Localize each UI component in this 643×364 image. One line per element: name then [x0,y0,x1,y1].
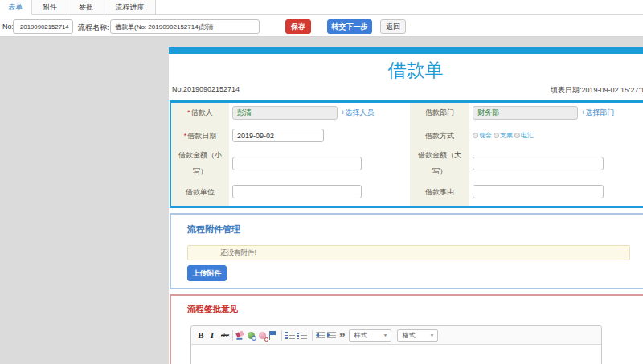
loan-form-table: *借款人 +选择人员 借款部门 +选择部门 *借款日期 借款方式 现金 支票 电… [170,100,643,208]
loan-reason-label: 借款事由 [410,178,469,206]
loan-reason-input[interactable] [473,185,604,198]
attachments-heading: 流程附件管理 [187,223,240,235]
italic-icon[interactable]: I [210,330,215,340]
label-text: 借款单位 [186,184,215,200]
numbered-list-icon[interactable] [285,332,295,339]
form-meta-row: No:20190902152714 填表日期:2019-09-02 15:27:… [172,85,643,93]
styles-dropdown[interactable]: 样式▼ [349,329,391,342]
outdent-icon[interactable] [316,332,325,339]
amount-lower-label: 借款金额（小写） [171,149,229,178]
label-text: 借款部门 [425,104,454,121]
department-label: 借款部门 [410,103,469,122]
department-field-cell: +选择部门 [469,103,643,122]
label-text: 借款方式 [425,128,454,144]
caret-down-icon: ▼ [383,333,387,337]
select-person-link[interactable]: +选择人员 [341,108,374,118]
amount-lower-input[interactable] [232,157,362,170]
loan-method-radio-group: 现金 支票 电汇 [473,131,535,140]
upload-attachment-button[interactable]: 上传附件 [187,265,227,281]
label-text: *借款人 [187,104,213,121]
toolbar-separator [232,330,233,341]
form-panel: 借款单 No:20190902152714 填表日期:2019-09-02 15… [169,47,643,364]
editor-toolbar: B I abc ” 样式▼ 格式▼ [191,326,601,345]
bold-icon[interactable]: B [198,330,204,340]
top-header: 表单 附件 签批 流程进度 No: 流程名称: 保存 转交下一步 返回 [0,0,643,37]
loan-method-field-cell: 现金 支票 电汇 [469,122,643,149]
loan-date-field-cell [229,122,410,149]
toolbar-separator [312,330,313,341]
radio-label: 支票 [500,131,513,140]
link-icon[interactable] [248,332,255,339]
remove-format-icon[interactable] [235,330,244,337]
unlink-icon[interactable] [259,332,266,339]
loan-unit-label: 借款单位 [171,178,229,206]
anchor-icon[interactable] [269,331,276,340]
caret-down-icon: ▼ [429,333,434,337]
form-row-amount: 借款金额（小写） 借款金额（大写） [171,149,643,178]
rich-text-editor: B I abc ” 样式▼ 格式▼ [190,325,602,364]
save-button[interactable]: 保存 [285,19,311,34]
dropdown-label: 格式 [403,331,416,340]
no-input[interactable] [13,19,73,34]
format-dropdown[interactable]: 格式▼ [397,329,438,342]
forward-next-step-button[interactable]: 转交下一步 [327,19,372,34]
blockquote-icon[interactable]: ” [338,336,346,340]
label-text: 借款人 [191,108,213,117]
loan-unit-field-cell [229,178,410,206]
dropdown-label: 样式 [354,331,367,340]
radio-circle-icon[interactable] [514,133,520,138]
action-toolbar: No: 流程名称: 保存 转交下一步 返回 [0,15,643,37]
loan-unit-input[interactable] [232,185,362,198]
radio-label: 现金 [479,131,492,140]
borrower-field-cell: +选择人员 [229,103,410,122]
tab-bar: 表单 附件 签批 流程进度 [0,0,643,15]
back-button[interactable]: 返回 [380,19,406,34]
flow-name-label: 流程名称: [78,22,109,33]
strikethrough-icon[interactable]: abc [221,332,229,339]
borrower-input[interactable] [232,106,338,120]
form-row-date-method: *借款日期 借款方式 现金 支票 电汇 [171,122,643,149]
tab-progress[interactable]: 流程进度 [104,0,156,15]
label-text: 借款日期 [187,132,216,140]
borrower-label: *借款人 [171,103,229,122]
loan-date-label: *借款日期 [171,122,229,149]
tab-bar-filler [156,0,643,15]
tab-sign[interactable]: 签批 [68,0,104,15]
tab-attachment[interactable]: 附件 [32,0,68,15]
bulleted-list-icon[interactable] [297,332,307,339]
loan-date-input[interactable] [232,129,324,142]
label-text: *借款日期 [184,128,217,144]
required-mark: * [184,132,187,140]
loan-reason-field-cell [469,178,643,206]
amount-lower-field-cell [229,149,410,178]
toolbar-separator [281,330,282,341]
select-department-link[interactable]: +选择部门 [581,108,614,118]
form-row-borrower: *借款人 +选择人员 借款部门 +选择部门 [171,103,643,122]
attachments-section: 流程附件管理 还没有附件! 上传附件 [170,213,643,289]
form-fill-date: 填表日期:2019-09-02 15:27:14 [551,85,643,96]
amount-upper-input[interactable] [473,157,604,170]
radio-circle-icon[interactable] [473,133,478,138]
label-text: 借款事由 [425,184,454,200]
indent-icon[interactable] [327,332,336,339]
flow-name-input[interactable] [110,19,260,34]
no-attachments-alert: 还没有附件! [187,245,630,260]
editor-content-area[interactable] [191,345,601,364]
approval-section: 流程签批意见 B I abc ” 样式▼ 格式▼ [170,294,643,364]
required-mark: * [187,108,190,117]
tab-form[interactable]: 表单 [0,0,32,15]
radio-circle-icon[interactable] [494,133,499,138]
form-number: No:20190902152714 [172,85,240,93]
page-title: 借款单 [169,58,643,83]
radio-label: 电汇 [521,131,534,140]
form-row-unit-reason: 借款单位 借款事由 [171,178,643,206]
panel-top-accent-bar [169,47,643,54]
amount-upper-label: 借款金额（大写） [410,149,469,178]
label-text: 借款金额（大写） [415,147,465,179]
radio-cheque[interactable]: 支票 [494,131,513,140]
approval-heading: 流程签批意见 [187,304,238,315]
radio-wire[interactable]: 电汇 [514,131,534,140]
department-input[interactable] [473,106,578,120]
radio-cash[interactable]: 现金 [473,131,492,140]
amount-upper-field-cell [469,149,643,178]
